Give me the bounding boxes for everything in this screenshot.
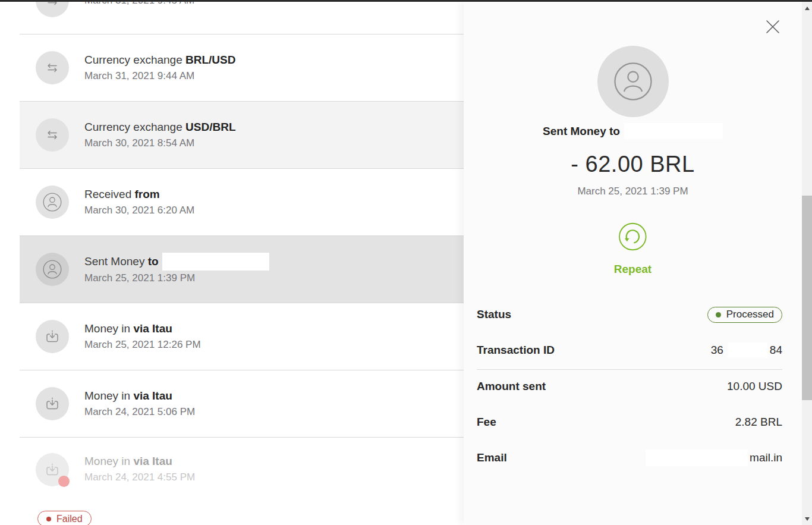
- row-date: March 25, 2021 1:39 PM: [84, 271, 269, 286]
- scrollbar-thumb[interactable]: [802, 196, 812, 400]
- currency-exchange-icon: [45, 2, 59, 8]
- money-in-icon: [43, 460, 62, 479]
- detail-fields: Status Processed Transaction ID 36 84 Am…: [477, 307, 782, 466]
- arrow-up-icon: [805, 7, 810, 10]
- row-title: Received: [84, 186, 135, 203]
- transaction-row-exchange-usd-brl[interactable]: Currency exchange USD/BRL March 30, 2021…: [20, 102, 464, 169]
- row-date: March 24, 2021 5:06 PM: [84, 404, 195, 420]
- money-in-icon: [43, 394, 62, 413]
- transaction-row-received-from[interactable]: Received from March 30, 2021 6:20 AM: [20, 169, 464, 236]
- person-icon: [613, 62, 653, 101]
- redacted-name-box: [162, 253, 269, 271]
- status-value: Processed: [726, 309, 774, 320]
- amount-sent-label: Amount sent: [477, 380, 546, 393]
- currency-exchange-icon: [45, 61, 59, 75]
- money-in-icon: [43, 327, 62, 346]
- transaction-date: March 25, 2021 1:39 PM: [464, 186, 802, 197]
- vertical-scrollbar[interactable]: [802, 2, 812, 525]
- transaction-detail-panel: Sent Money to - 62.00 BRL March 25, 2021…: [464, 2, 802, 525]
- transaction-row-money-in-failed[interactable]: Money in via Itau March 24, 2021 4:55 PM…: [20, 438, 464, 525]
- recipient-avatar: [597, 46, 669, 117]
- transaction-row-money-in-1[interactable]: Money in via Itau March 25, 2021 12:26 P…: [20, 303, 464, 370]
- row-date: March 25, 2021 12:26 PM: [84, 337, 201, 353]
- transaction-row-sent-money-selected[interactable]: Sent Money to March 25, 2021 1:39 PM: [20, 236, 464, 303]
- status-badge: Processed: [707, 307, 782, 323]
- avatar: [36, 320, 69, 353]
- failed-status-badge: Failed: [37, 511, 92, 525]
- transaction-id-label: Transaction ID: [477, 344, 555, 357]
- currency-exchange-icon: [45, 128, 59, 142]
- status-label: Status: [477, 308, 511, 321]
- avatar: [36, 387, 69, 420]
- row-date: March 31, 2021 9:45 AM: [84, 2, 194, 8]
- repeat-label: Repeat: [614, 263, 652, 276]
- avatar: [36, 253, 69, 286]
- redacted-name-box: [624, 123, 723, 139]
- fee-label: Fee: [477, 416, 496, 429]
- row-title: Currency exchange: [84, 119, 185, 136]
- top-dark-strip: [0, 0, 812, 2]
- transaction-id-row: Transaction ID 36 84: [477, 342, 782, 358]
- person-icon: [43, 260, 62, 279]
- avatar: [36, 118, 69, 152]
- email-label: Email: [477, 451, 507, 464]
- divider: [477, 369, 782, 370]
- status-row: Status Processed: [477, 307, 782, 322]
- close-button[interactable]: [765, 19, 780, 34]
- scroll-up-button[interactable]: [802, 3, 812, 13]
- transaction-id-value: 36 84: [711, 342, 782, 358]
- amount-sent-row: Amount sent 10.00 USD: [477, 379, 782, 394]
- fee-row: Fee 2.82 BRL: [477, 414, 782, 430]
- failed-badge-label: Failed: [56, 514, 83, 524]
- row-title: Money in: [84, 388, 133, 404]
- row-title: Currency exchange: [84, 52, 185, 68]
- avatar: [36, 2, 69, 17]
- transaction-list: March 31, 2021 9:45 AM Currency exchange…: [0, 2, 464, 525]
- avatar: [36, 186, 69, 219]
- repeat-icon: [617, 221, 648, 252]
- fee-value: 2.82 BRL: [735, 416, 782, 429]
- row-title: Money in: [84, 453, 133, 470]
- transaction-amount: - 62.00 BRL: [464, 152, 802, 177]
- email-value: mail.in: [646, 449, 782, 466]
- arrow-down-icon: [805, 517, 810, 521]
- row-date: March 30, 2021 6:20 AM: [84, 203, 194, 218]
- detail-title: Sent Money to: [543, 125, 620, 138]
- row-date: March 30, 2021 8:54 AM: [84, 136, 236, 151]
- redacted-email-box: [646, 449, 748, 466]
- redacted-id-box: [728, 342, 767, 358]
- email-row: Email mail.in: [477, 450, 782, 466]
- detail-header: Sent Money to: [464, 123, 802, 139]
- transaction-row-exchange-brl-usd[interactable]: Currency exchange BRL/USD March 31, 2021…: [20, 34, 464, 102]
- row-date: March 31, 2021 9:44 AM: [84, 68, 236, 84]
- failed-indicator-dot: [58, 476, 70, 487]
- amount-sent-value: 10.00 USD: [727, 380, 782, 393]
- failed-dot-icon: [46, 517, 51, 521]
- transaction-row-exchange-partial[interactable]: March 31, 2021 9:45 AM: [20, 2, 464, 34]
- row-title: Sent Money: [84, 253, 148, 270]
- transaction-row-money-in-2[interactable]: Money in via Itau March 24, 2021 5:06 PM: [20, 370, 464, 438]
- row-title: Money in: [84, 320, 133, 337]
- scroll-down-button[interactable]: [802, 514, 812, 524]
- status-dot-icon: [716, 312, 721, 317]
- avatar: [36, 51, 69, 84]
- person-icon: [43, 193, 62, 212]
- repeat-button[interactable]: Repeat: [614, 221, 652, 276]
- close-icon: [766, 20, 779, 33]
- row-date: March 24, 2021 4:55 PM: [84, 470, 195, 485]
